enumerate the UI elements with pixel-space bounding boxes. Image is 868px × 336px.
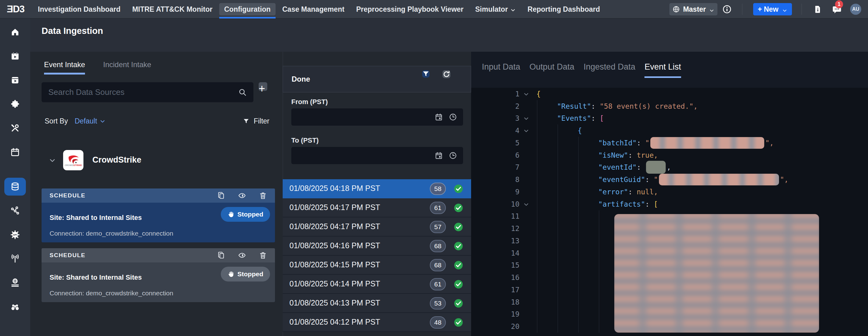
preview-icon[interactable] xyxy=(238,191,246,200)
batch-row[interactable]: 01/08/2025 04:17 PM PST57 xyxy=(283,217,471,237)
page-header xyxy=(30,19,868,52)
code-token: : xyxy=(645,200,654,208)
batch-refresh-button[interactable] xyxy=(442,70,451,78)
search-icon[interactable] xyxy=(238,88,247,96)
nav-item-label: Investigation Dashboard xyxy=(38,5,120,13)
sidebar-item-antenna[interactable] xyxy=(4,250,26,268)
event-count-badge: 48 xyxy=(430,316,446,329)
sidebar-item-tools[interactable] xyxy=(4,119,26,137)
sidebar-item-calendar-play[interactable] xyxy=(4,47,26,65)
success-check-icon xyxy=(454,184,463,193)
sidebar-item-calendar[interactable] xyxy=(4,143,26,161)
code-line: 9"error": null, xyxy=(471,186,868,198)
batch-row[interactable]: 01/08/2025 04:13 PM PST53 xyxy=(283,294,471,313)
calendar-icon[interactable] xyxy=(435,152,443,159)
tab-input-data[interactable]: Input Data xyxy=(482,62,520,78)
puzzle-icon xyxy=(10,99,20,109)
clock-icon[interactable] xyxy=(449,152,457,159)
batch-row[interactable]: 01/08/2025 04:15 PM PST68 xyxy=(283,255,471,275)
tab-ingested-data[interactable]: Ingested Data xyxy=(584,62,635,78)
event-count-badge: 53 xyxy=(430,297,446,309)
line-number: 14 xyxy=(471,249,520,257)
detail-tabs: Input Data Output Data Ingested Data Eve… xyxy=(482,62,681,78)
tab-output-data[interactable]: Output Data xyxy=(530,62,575,78)
search-input[interactable] xyxy=(48,82,230,102)
top-nav: ƎD3 Investigation DashboardMITRE ATT&CK … xyxy=(0,0,868,19)
json-viewer[interactable]: 1{2"Result": "58 event(s) created.",3"Ev… xyxy=(471,88,868,336)
collapse-chevron-icon[interactable] xyxy=(520,115,536,121)
tools-icon xyxy=(10,123,20,133)
sidebar-item-gear-api[interactable]: API xyxy=(4,226,26,244)
event-detail-panel: Input Data Output Data Ingested Data Eve… xyxy=(471,52,868,336)
sidebar-item-home[interactable] xyxy=(4,23,26,41)
sort-value-dropdown[interactable]: Default xyxy=(74,117,97,125)
nav-item-investigation-dashboard[interactable]: Investigation Dashboard xyxy=(33,3,125,16)
sidebar-item-puzzle[interactable] xyxy=(4,95,26,113)
batch-row[interactable]: 01/08/2025 04:12 PM PST48 xyxy=(283,313,471,332)
sidebar-item-book-play[interactable] xyxy=(4,71,26,89)
code-token: { xyxy=(578,127,582,134)
to-label: To (PST) xyxy=(291,136,319,145)
code-token: : xyxy=(645,176,654,184)
batch-row[interactable]: 01/08/2025 04:16 PM PST68 xyxy=(283,237,471,255)
sidebar-item-globe-lines[interactable] xyxy=(4,274,26,292)
code-line: 2"Result": "58 event(s) created.", xyxy=(471,100,868,113)
collapse-chevron-icon[interactable] xyxy=(520,127,536,134)
batch-timestamp: 01/08/2025 04:14 PM PST xyxy=(289,279,380,288)
from-date-input[interactable] xyxy=(296,109,432,126)
nav-item-case-management[interactable]: Case Management xyxy=(277,3,349,16)
event-count-badge: 68 xyxy=(430,240,446,252)
delete-icon[interactable] xyxy=(259,191,267,200)
falcon-icon xyxy=(66,154,80,164)
clock-icon[interactable] xyxy=(449,113,457,121)
copy-icon[interactable] xyxy=(217,251,225,259)
filter-button[interactable]: Filter xyxy=(243,117,270,125)
nav-item-preprocessing-playbook-viewer[interactable]: Preprocessing Playbook Viewer xyxy=(351,3,469,16)
sidebar-item-binoculars[interactable] xyxy=(4,298,26,316)
info-icon[interactable] xyxy=(722,5,732,14)
nav-item-configuration[interactable]: Configuration xyxy=(219,3,276,16)
schedule-card[interactable]: SCHEDULESite: Shared to Internal SitesSt… xyxy=(41,188,275,242)
line-number: 16 xyxy=(471,273,520,281)
done-header: Done xyxy=(283,66,471,92)
collapse-chevron-icon[interactable] xyxy=(520,91,536,97)
d3-logo[interactable]: ƎD3 xyxy=(7,0,24,19)
collapse-chevron-icon[interactable] xyxy=(520,201,536,207)
tab-incident-intake[interactable]: Incident Intake xyxy=(103,60,151,73)
success-check-icon xyxy=(454,241,463,251)
batch-row[interactable]: 01/08/2025 04:17 PM PST61 xyxy=(283,198,471,217)
nav-item-reporting-dashboard[interactable]: Reporting Dashboard xyxy=(523,3,605,16)
site-selector-button[interactable]: Master xyxy=(670,3,717,16)
status-badge-stopped[interactable]: Stopped xyxy=(221,207,270,222)
add-data-source-button[interactable]: + xyxy=(259,82,267,91)
status-badge-stopped[interactable]: Stopped xyxy=(221,267,270,281)
event-count-badge: 68 xyxy=(430,259,446,271)
to-date-input[interactable] xyxy=(296,147,432,164)
new-button[interactable]: + New xyxy=(753,3,792,16)
hand-stop-icon xyxy=(227,211,234,218)
batch-row[interactable]: 01/08/2025 04:14 PM PST61 xyxy=(283,275,471,294)
schedule-connection: Connection: demo_crowdstrike_connection xyxy=(50,230,267,237)
schedule-card[interactable]: SCHEDULESite: Shared to Internal SitesSt… xyxy=(41,248,275,302)
crowdstrike-wordmark: CROWDSTRIKE xyxy=(65,164,82,166)
tab-event-intake[interactable]: Event Intake xyxy=(44,60,85,74)
tab-event-list[interactable]: Event List xyxy=(645,62,681,78)
chevron-down-icon[interactable] xyxy=(49,157,56,164)
copy-icon[interactable] xyxy=(217,191,225,200)
sidebar-item-network[interactable] xyxy=(4,202,26,220)
vendor-group-crowdstrike[interactable]: CROWDSTRIKE CrowdStrike xyxy=(30,150,277,170)
code-token: "eventGuid" xyxy=(598,176,645,184)
sidebar-item-database[interactable] xyxy=(4,178,26,195)
nav-item-mitre-att-ck-monitor[interactable]: MITRE ATT&CK Monitor xyxy=(127,3,217,16)
avatar[interactable]: AU xyxy=(850,4,861,15)
batch-row[interactable]: 01/08/2025 04:18 PM PST58 xyxy=(283,179,471,198)
nav-item-simulator[interactable]: Simulator xyxy=(470,3,521,16)
top-nav-items: Investigation DashboardMITRE ATT&CK Moni… xyxy=(33,0,607,19)
calendar-icon[interactable] xyxy=(435,113,443,121)
schedule-cards: SCHEDULESite: Shared to Internal SitesSt… xyxy=(41,188,275,308)
code-line: 3"Events": [ xyxy=(471,113,868,125)
batch-filter-button[interactable] xyxy=(422,70,430,78)
delete-icon[interactable] xyxy=(259,251,267,259)
preview-icon[interactable] xyxy=(238,251,246,259)
release-notes-icon[interactable] xyxy=(813,4,822,14)
